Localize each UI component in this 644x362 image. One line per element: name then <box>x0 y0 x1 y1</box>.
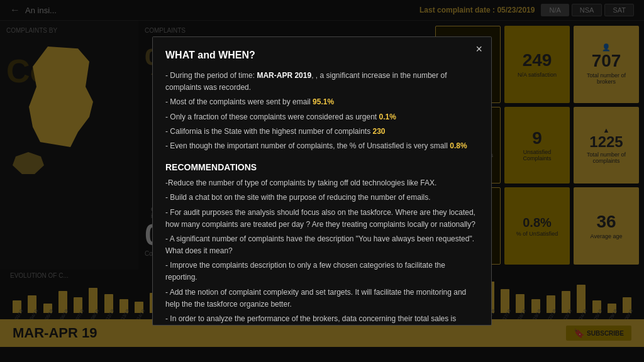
modal-close-button[interactable]: × <box>475 43 482 55</box>
modal-line1: - During the period of time: MAR-APR 201… <box>165 70 476 94</box>
modal-rec3: - For audit purposes the analysis should… <box>165 207 476 231</box>
modal-line3: - Only a fraction of these complaints we… <box>165 111 476 123</box>
modal-rec6: - Add the notion of complaint complexity… <box>165 287 476 310</box>
modal-dialog: × WHAT and WHEN? - During the period of … <box>152 36 492 326</box>
modal-rec7: - In order to analyze the performance of… <box>165 313 476 326</box>
modal-rec4: - A significant number of complaints hav… <box>165 233 476 257</box>
modal-line4: - California is the State with the highe… <box>165 126 476 138</box>
modal-rec5: - Improve the complaints description to … <box>165 260 476 283</box>
modal-line2: - Most of the complaints were sent by em… <box>165 96 476 108</box>
modal-title: WHAT and WHEN? <box>165 50 476 61</box>
modal-rec1: -Reduce the number of type of complaints… <box>165 177 476 189</box>
modal-overlay[interactable]: × WHAT and WHEN? - During the period of … <box>0 0 644 362</box>
modal-line5: - Even though the important number of co… <box>165 140 476 152</box>
recommendations-title: RECOMMENDATIONS <box>165 162 476 172</box>
modal-rec2: - Build a chat bot on the site with the … <box>165 192 476 204</box>
